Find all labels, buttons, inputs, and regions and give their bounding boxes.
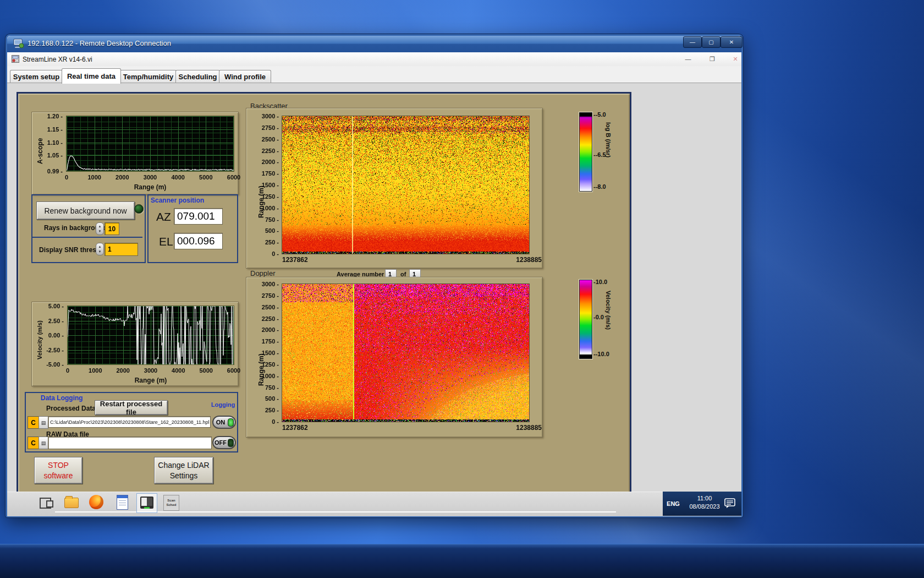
axis-tick: 500 [265, 395, 279, 402]
file-explorer-icon[interactable] [64, 498, 79, 508]
axis-tick: -10.0 [593, 351, 609, 357]
button-label: Renew background now [44, 206, 127, 215]
browse-icon: ▤ [41, 440, 46, 446]
axis-tick: 4000 [171, 174, 184, 181]
change-lidar-settings-button[interactable]: Change LiDAR Settings [154, 457, 213, 484]
toggle-on-indicator [228, 418, 234, 427]
raw-logging-toggle[interactable]: OFF [212, 436, 236, 449]
document-app-icon[interactable] [117, 495, 128, 510]
spinner-up-icon[interactable]: ▲ [98, 224, 102, 229]
app-minimize-button[interactable]: — [682, 54, 694, 63]
clock-time[interactable]: 11:00 [685, 495, 724, 501]
axis-tick: 1500 [262, 182, 279, 188]
ascope-x-axis-label: Range (m) [67, 183, 234, 191]
processed-path-field[interactable]: C:\Lidar\Data\Proc\2023\202308\20230808\… [48, 416, 211, 428]
processed-logging-toggle[interactable]: ON [212, 416, 236, 429]
axis-tick: 4000 [172, 367, 185, 374]
renew-led-indicator [134, 204, 144, 214]
axis-tick: 1000 [87, 174, 101, 181]
tab-system-setup[interactable]: System setup [10, 70, 63, 83]
remote-desktop-icon [13, 39, 24, 48]
raw-browse-button[interactable]: ▤ [38, 437, 48, 449]
axis-tick: 1250 [262, 361, 279, 368]
tab-real-time-data[interactable]: Real time data [62, 68, 121, 84]
axis-tick: -8.0 [593, 183, 606, 190]
processed-browse-button[interactable]: ▤ [38, 416, 48, 429]
scan-scheduler-icon[interactable]: Scan Sched [163, 495, 179, 511]
app-titlebar[interactable] [7, 52, 741, 67]
app-restore-button[interactable]: ❐ [706, 54, 718, 63]
axis-tick: 0.00 [48, 332, 64, 339]
spinner-down-icon[interactable]: ▼ [98, 249, 102, 254]
axis-tick: 0.0 [593, 314, 604, 320]
velocity-x-axis-label: Range (m) [68, 377, 234, 384]
rays-value-field[interactable]: 10 [105, 222, 119, 235]
axis-tick: 250 [265, 239, 279, 246]
drive-letter: C [31, 419, 36, 427]
drive-letter: C [31, 439, 36, 447]
local-taskbar[interactable] [0, 544, 924, 578]
raw-drive-selector[interactable]: C [28, 437, 39, 449]
settings-line1: Change LiDAR [158, 460, 209, 471]
axis-tick: 1.15 [47, 126, 63, 133]
firefox-icon[interactable] [89, 495, 103, 509]
language-indicator[interactable]: ENG [663, 492, 683, 516]
restore-icon: ❐ [710, 56, 715, 63]
snr-value-field[interactable]: 1 [105, 243, 138, 256]
tab-label: Scheduling [178, 73, 217, 81]
rdp-minimize-button[interactable]: — [683, 36, 702, 48]
axis-tick: 2000 [262, 159, 279, 165]
desktop: 192.168.0.122 - Remote Desktop Connectio… [0, 0, 924, 578]
axis-tick: 1750 [262, 170, 279, 177]
toggle-off-label: OFF [213, 439, 228, 446]
snr-spinner[interactable]: ▲▼ [96, 243, 104, 255]
renew-background-button[interactable]: Renew background now [36, 201, 135, 220]
close-icon: ✕ [729, 39, 734, 45]
clock-date[interactable]: 08/08/2023 [682, 503, 727, 510]
axis-tick: 2.50 [48, 318, 64, 324]
el-value-field[interactable]: 000.096 [174, 233, 223, 249]
axis-tick: 1.05 [47, 152, 63, 159]
rdp-close-button[interactable]: ✕ [721, 36, 743, 48]
az-value-field[interactable]: 079.001 [174, 208, 223, 225]
backscatter-colorbar [579, 112, 592, 192]
raw-path-field[interactable] [48, 437, 212, 449]
doppler-plot [282, 284, 529, 422]
axis-tick: 10.0 [593, 279, 607, 285]
box-divider [32, 237, 142, 238]
tab-wind-profile[interactable]: Wind profile [219, 70, 271, 83]
spinner-up-icon[interactable]: ▲ [98, 244, 102, 249]
tab-temp-humidity[interactable]: Temp/humidity [120, 70, 177, 83]
doppler-y-ticks: 3000275025002250200017501500125010007505… [246, 284, 279, 422]
ascope-y-ticks: 1.201.151.101.050.99 [29, 116, 63, 171]
close-icon: ✕ [733, 56, 738, 63]
axis-tick: 5000 [199, 367, 212, 374]
settings-line2: Settings [170, 471, 198, 481]
axis-tick: 2000 [116, 367, 129, 374]
notification-icon[interactable] [724, 498, 736, 509]
stop-software-button[interactable]: STOP software [34, 457, 82, 484]
axis-tick: 250 [265, 407, 279, 413]
task-view-icon[interactable] [40, 498, 51, 509]
streamline-app-taskbar-button[interactable] [136, 493, 157, 513]
tab-scheduling[interactable]: Scheduling [175, 70, 220, 83]
axis-tick: 2750 [262, 124, 279, 131]
velocity-y-ticks: 5.002.500.00-2.50-5.00 [29, 306, 64, 364]
average-count-value: 1 [413, 271, 416, 277]
axis-tick: 1000 [262, 373, 279, 379]
spinner-down-icon[interactable]: ▼ [98, 229, 102, 234]
tab-label: System setup [13, 73, 60, 81]
velocity-plot [68, 306, 234, 364]
rays-spinner[interactable]: ▲▼ [96, 222, 104, 235]
processed-drive-selector[interactable]: C [28, 416, 39, 429]
streamline-app-icon [140, 497, 153, 509]
az-label: AZ [156, 210, 171, 223]
restart-processed-file-button[interactable]: Restart processed file [95, 400, 168, 415]
axis-tick: 0.99 [47, 168, 63, 175]
axis-tick: 2250 [262, 148, 279, 154]
app-close-button[interactable]: ✕ [729, 54, 741, 63]
app-title: StreamLine XR v14-6.vi [23, 56, 92, 63]
rdp-maximize-button[interactable]: ▢ [702, 36, 721, 48]
axis-tick: 3000 [262, 281, 279, 287]
button-label: Restart processed file [95, 400, 167, 416]
